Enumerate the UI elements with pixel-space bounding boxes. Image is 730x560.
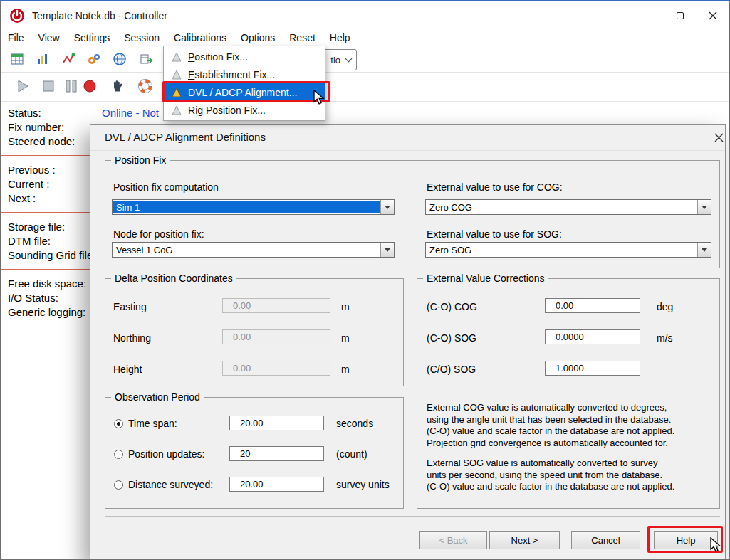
separator <box>1 269 90 270</box>
position-updates-radio[interactable] <box>114 450 123 459</box>
chevron-down-icon <box>345 56 353 63</box>
database-table-button[interactable] <box>6 48 28 70</box>
toolbar-combobox[interactable]: tio <box>321 49 357 70</box>
chart-button[interactable] <box>32 48 53 70</box>
scale-sog-input[interactable] <box>545 361 640 376</box>
time-span-unit: seconds <box>336 418 373 429</box>
mouse-cursor <box>313 90 325 105</box>
calibration-fix-icon <box>171 105 182 116</box>
play-button[interactable] <box>12 75 33 97</box>
scale-sog-label: (C/O) SOG <box>427 364 476 375</box>
chevron-down-icon <box>380 243 394 257</box>
dialog-close-button[interactable] <box>709 127 729 147</box>
window-title: Template Notek.db - Controller <box>32 10 167 21</box>
minimize-button[interactable] <box>631 1 664 30</box>
route-button[interactable] <box>58 48 79 70</box>
position-updates-unit: (count) <box>336 448 367 460</box>
calibration-fix-icon <box>171 69 182 80</box>
gears-icon <box>87 52 101 66</box>
combo-value: Sim 1 <box>113 201 380 213</box>
chart-icon <box>36 52 50 66</box>
lifebuoy-icon <box>137 78 153 94</box>
sog-conversion-note: External SOG value is automatically conv… <box>427 458 714 493</box>
chevron-down-icon <box>380 200 394 214</box>
position-updates-input[interactable] <box>229 446 324 461</box>
height-input <box>222 361 330 376</box>
close-button[interactable] <box>697 1 729 30</box>
minimize-icon <box>644 16 652 16</box>
cancel-button[interactable]: Cancel <box>571 531 640 549</box>
maximize-icon <box>677 12 684 19</box>
titlebar: Template Notek.db - Controller <box>1 1 729 30</box>
status-value: Online - Not <box>102 107 159 119</box>
co-cog-unit: deg <box>657 301 673 312</box>
menu-item-label: Rig Position Fix... <box>188 105 266 116</box>
next-button[interactable]: Next > <box>489 531 560 549</box>
manual-fix-button[interactable] <box>106 75 127 97</box>
back-button: < Back <box>419 531 487 549</box>
dvl-adcp-dialog: DVL / ADCP Alignment Definitions Positio… <box>90 124 726 560</box>
group-legend: Observation Period <box>111 391 204 403</box>
export-button[interactable] <box>136 48 157 70</box>
position-fix-computation-select[interactable]: Sim 1 <box>112 199 395 215</box>
menu-file[interactable]: File <box>1 31 31 44</box>
window-controls <box>631 1 729 30</box>
easting-unit: m <box>341 301 350 312</box>
sog-source-select[interactable]: Zero SOG <box>425 242 711 258</box>
status-label: Fix number: <box>8 121 64 133</box>
maximize-button[interactable] <box>664 1 697 30</box>
menu-reset[interactable]: Reset <box>282 31 323 44</box>
time-span-label[interactable]: Time span: <box>128 418 177 429</box>
geodesy-button[interactable] <box>109 48 130 70</box>
position-updates-label[interactable]: Position updates: <box>128 448 204 460</box>
co-sog-input[interactable] <box>545 329 640 344</box>
menubar: File View Settings Session Calibrations … <box>1 30 729 46</box>
menu-settings[interactable]: Settings <box>67 31 118 44</box>
pause-icon <box>63 78 79 94</box>
cog-source-label: External value to use for COG: <box>427 181 563 193</box>
time-span-input[interactable] <box>229 416 324 430</box>
distance-surveyed-radio[interactable] <box>114 480 123 490</box>
distance-surveyed-input[interactable] <box>229 477 324 492</box>
chevron-down-icon <box>697 200 711 214</box>
dialog-title: DVL / ADCP Alignment Definitions <box>105 131 266 143</box>
menu-help[interactable]: Help <box>323 31 358 44</box>
hand-icon <box>109 78 125 94</box>
distance-surveyed-unit: survey units <box>336 479 390 490</box>
annotation-box-menu <box>162 81 330 102</box>
stop-button[interactable] <box>38 75 59 97</box>
cog-source-select[interactable]: Zero COG <box>425 199 711 215</box>
menu-item-position-fix[interactable]: Position Fix... <box>164 48 325 65</box>
menu-view[interactable]: View <box>31 31 67 44</box>
co-cog-input[interactable] <box>545 298 640 313</box>
status-label: Previous : <box>8 164 56 176</box>
play-icon <box>15 78 31 94</box>
sog-source-label: External value to use for SOG: <box>427 228 562 240</box>
menu-session[interactable]: Session <box>117 31 167 44</box>
toolbar-combobox-text: tio <box>330 55 340 65</box>
separator <box>1 101 729 102</box>
status-label: Sounding Grid file <box>8 249 93 261</box>
record-button[interactable] <box>79 75 100 97</box>
menu-calibrations[interactable]: Calibrations <box>167 31 234 44</box>
distance-surveyed-label[interactable]: Distance surveyed: <box>128 479 213 490</box>
cog-conversion-note: External COG value is automatically conv… <box>427 402 714 449</box>
group-legend: External Value Corrections <box>423 273 548 284</box>
stop-icon <box>41 78 56 94</box>
node-select[interactable]: Vessel 1 CoG <box>112 242 395 258</box>
co-cog-label: (C-O) COG <box>427 301 477 312</box>
globe-icon <box>113 52 127 66</box>
group-legend: Position Fix <box>111 154 170 166</box>
settings-gears-button[interactable] <box>83 48 105 70</box>
status-label: Status: <box>8 107 41 119</box>
calibration-fix-icon <box>171 51 182 63</box>
help-lifebuoy-button[interactable] <box>135 75 156 97</box>
menu-options[interactable]: Options <box>234 31 282 44</box>
menu-item-rig-position-fix[interactable]: Rig Position Fix... <box>164 101 325 119</box>
status-label: Free disk space: <box>8 278 86 290</box>
time-span-radio[interactable] <box>114 419 123 428</box>
record-icon <box>82 78 98 94</box>
separator <box>90 150 725 151</box>
northing-label: Northing <box>113 332 151 344</box>
mouse-cursor <box>709 537 722 553</box>
